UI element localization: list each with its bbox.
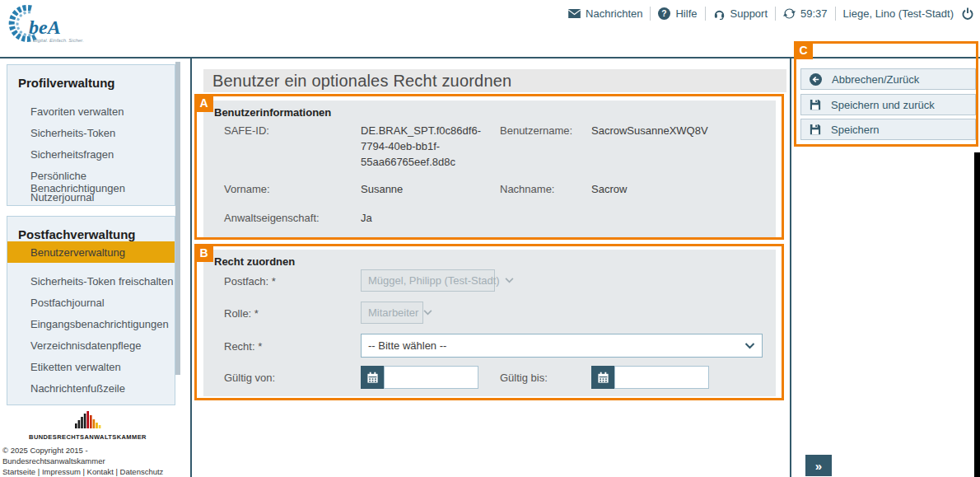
footer-links[interactable]: Startseite | Impressum | Kontakt | Daten… [2, 466, 188, 477]
sidebar-item-nutzerjournal[interactable]: Nutzerjournal [7, 191, 175, 203]
recht-select[interactable]: -- Bitte wählen -- [361, 334, 763, 358]
assign-right-panel: Recht zuordnen Postfach: * Müggel, Phili… [203, 250, 776, 396]
user-info-panel: Benutzerinformationen SAFE-ID: DE.BRAK_S… [203, 101, 776, 237]
chevron-down-icon [744, 343, 755, 349]
brak-footer-logo: BUNDESRECHTSANWALTSKAMMER [0, 410, 175, 441]
recht-label: Recht: * [224, 340, 262, 353]
recht-select-value: -- Bitte wählen -- [362, 339, 740, 352]
hilfe-label: Hilfe [675, 7, 697, 20]
topbar-separator [775, 7, 776, 21]
user-info-heading: Benutzerinformationen [214, 106, 331, 119]
bea-logo: beA Digital. Einfach. Sicher. [7, 3, 130, 53]
topbar-separator [705, 7, 706, 21]
speichern-label: Speichern [831, 124, 880, 136]
sidebar-item-etiketten-verwalten[interactable]: Etiketten verwalten [7, 361, 175, 373]
sidebar-section-profilverwaltung: Profilverwaltung Favoriten verwalten Sic… [7, 64, 175, 206]
safe-id-value-line3: 55aa66765eef.8d8c [361, 156, 455, 168]
abbrechen-zurueck-label: Abbrechen/Zurück [832, 73, 919, 86]
assign-right-heading: Recht zuordnen [214, 255, 295, 268]
gueltig-bis-input[interactable] [614, 366, 709, 389]
speichern-und-zurueck-label: Speichern und zurück [831, 99, 935, 111]
sidebar-item-nachrichtenfusszeile[interactable]: Nachrichtenfußzeile [7, 382, 175, 395]
top-menu-bar: Nachrichten ? Hilfe Support [568, 7, 974, 21]
hilfe-menu-item[interactable]: ? Hilfe [658, 7, 697, 20]
nachname-value: Sacrow [591, 183, 627, 195]
sidebar-item-sicherheits-token-freischalten[interactable]: Sicherheits-Token freischalten [7, 275, 175, 288]
vorname-value: Susanne [361, 183, 403, 195]
vorname-label: Vorname: [224, 183, 270, 195]
sidebar-item-sicherheitsfragen[interactable]: Sicherheitsfragen [7, 148, 175, 161]
benutzername-value: SacrowSusanneXWQ8V [591, 124, 708, 137]
topbar-separator [835, 7, 836, 21]
sidebar-item-sicherheits-token[interactable]: Sicherheits-Token [7, 127, 175, 139]
sidebar-section-title: Profilverwaltung [7, 65, 175, 90]
gueltig-bis-label: Gültig bis: [500, 372, 548, 384]
help-icon: ? [658, 7, 670, 20]
main-actions-divider [790, 58, 791, 477]
topbar-separator [650, 7, 651, 21]
save-icon [810, 124, 821, 135]
anwaltseigenschaft-value: Ja [361, 212, 372, 224]
rolle-label: Rolle: * [224, 307, 259, 320]
expand-panel-button[interactable]: » [805, 455, 832, 476]
nachrichten-menu-item[interactable]: Nachrichten [568, 7, 642, 20]
svg-text:Digital. Einfach. Sicher.: Digital. Einfach. Sicher. [33, 38, 84, 43]
calendar-icon [366, 372, 379, 384]
chevron-down-icon [505, 278, 514, 283]
gueltig-bis-calendar-button[interactable] [591, 366, 614, 389]
nachname-label: Nachname: [500, 183, 554, 195]
logged-in-user: Liege, Lino (Test-Stadt) [843, 7, 954, 20]
sidebar-footer: © 2025 Copyright 2015 - Bundesrechtsanwa… [2, 445, 188, 477]
support-menu-item[interactable]: Support [713, 7, 768, 20]
sidebar-section-title: Postfachverwaltung [7, 217, 175, 241]
envelope-icon [568, 9, 581, 18]
abbrechen-zurueck-button[interactable]: Abbrechen/Zurück [800, 68, 976, 90]
benutzername-label: Benutzername: [500, 124, 572, 137]
brak-org-name: BUNDESRECHTSANWALTSKAMMER [0, 433, 175, 441]
support-label: Support [730, 7, 768, 20]
sidebar-item-postfachjournal[interactable]: Postfachjournal [7, 297, 175, 309]
rolle-select-value: Mitarbeiter [362, 306, 418, 319]
header-divider [0, 57, 980, 58]
gueltig-von-label: Gültig von: [224, 372, 275, 384]
speichern-button[interactable]: Speichern [800, 119, 976, 140]
svg-text:beA: beA [29, 16, 61, 38]
postfach-select-value: Müggel, Philipp (Test-Stadt) [362, 274, 500, 287]
safe-id-value-line1: DE.BRAK_SPT.f0c86df6- [361, 124, 481, 137]
svg-text:?: ? [662, 9, 667, 18]
calendar-icon [597, 372, 609, 384]
brak-bars-icon [63, 410, 113, 428]
safe-id-label: SAFE-ID: [224, 124, 269, 137]
speichern-und-zurueck-button[interactable]: Speichern und zurück [800, 94, 976, 115]
postfach-select: Müggel, Philipp (Test-Stadt) [361, 269, 495, 292]
copyright-text: © 2025 Copyright 2015 - Bundesrechtsanwa… [2, 445, 188, 466]
sidebar-item-verzeichnisdatenpflege[interactable]: Verzeichnisdatenpflege [7, 339, 175, 352]
page-title: Benutzer ein optionales Recht zuordnen [203, 69, 786, 92]
bea-logo-swirl-icon: beA Digital. Einfach. Sicher. [7, 3, 130, 53]
rolle-select: Mitarbeiter [361, 302, 423, 324]
sidebar-item-benutzerverwaltung[interactable]: Benutzerverwaltung [7, 241, 175, 263]
sidebar-scrollbar[interactable] [175, 62, 180, 375]
gueltig-von-input[interactable] [384, 366, 478, 389]
session-timer-value: 59:37 [800, 7, 828, 20]
chevron-down-icon [423, 310, 432, 316]
screen-edge-strip [974, 152, 980, 477]
headset-icon [713, 7, 726, 20]
refresh-icon [783, 7, 796, 20]
sidebar-item-eingangsbenachrichtigungen[interactable]: Eingangsbenachrichtigungen [7, 318, 175, 330]
sidebar-item-sichten-verwalten[interactable]: Sichten verwalten [7, 402, 175, 405]
sidebar-main-divider [190, 58, 192, 477]
safe-id-value-line2: 7794-40eb-bb1f- [361, 140, 440, 152]
logout-power-icon[interactable] [961, 7, 974, 21]
gueltig-von-calendar-button[interactable] [361, 366, 384, 389]
back-arrow-icon [810, 73, 822, 86]
save-icon [810, 99, 821, 110]
anwaltseigenschaft-label: Anwaltseigenschaft: [224, 212, 320, 224]
bea-application: beA Digital. Einfach. Sicher. Nachrichte… [0, 0, 980, 477]
sidebar-item-favoriten-verwalten[interactable]: Favoriten verwalten [7, 105, 175, 118]
postfach-label: Postfach: * [224, 275, 276, 288]
nachrichten-label: Nachrichten [586, 7, 642, 20]
session-timer[interactable]: 59:37 [783, 7, 828, 20]
sidebar-section-postfachverwaltung: Postfachverwaltung Benutzerverwaltung Si… [7, 216, 175, 405]
